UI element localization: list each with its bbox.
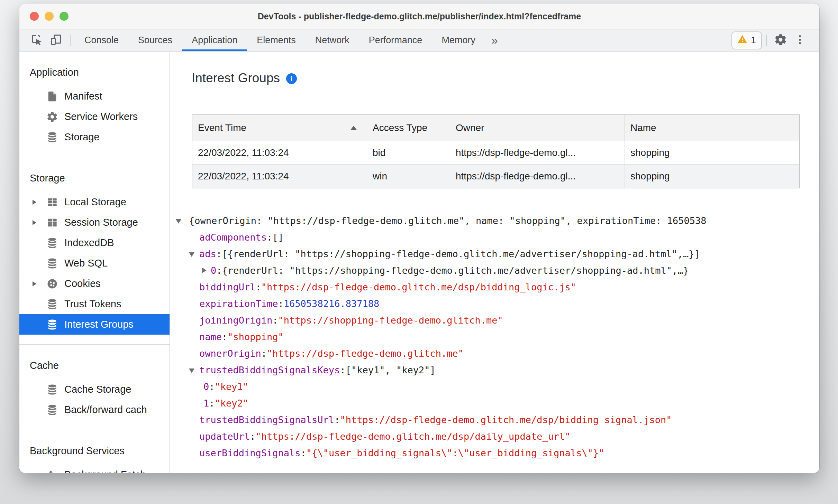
sidebar-item-storage[interactable]: Storage bbox=[19, 127, 170, 147]
collapse-triangle-icon[interactable] bbox=[189, 367, 199, 373]
tree-row-joiningorigin[interactable]: joiningOrigin: "https://shopping-fledge-… bbox=[170, 312, 819, 328]
expand-triangle-icon[interactable] bbox=[33, 220, 46, 225]
table-cell[interactable]: 22/03/2022, 11:03:24 bbox=[192, 141, 367, 164]
table-cell[interactable]: win bbox=[367, 164, 450, 188]
issues-warning-badge[interactable]: 1 bbox=[731, 31, 762, 49]
tree-row-biddingurl[interactable]: biddingUrl: "https://dsp-fledge-demo.gli… bbox=[170, 279, 819, 295]
sidebar-item-cookies[interactable]: Cookies bbox=[19, 273, 170, 294]
key-separator: : bbox=[340, 365, 345, 375]
tree-row-1[interactable]: 1: "key2" bbox=[170, 395, 819, 411]
section-title: Storage bbox=[19, 167, 170, 189]
expand-triangle-icon[interactable] bbox=[33, 200, 46, 205]
sidebar-section-background-services: Background ServicesBackground Fetch bbox=[19, 440, 170, 473]
tab-memory[interactable]: Memory bbox=[432, 29, 485, 51]
tab-sources[interactable]: Sources bbox=[128, 29, 182, 51]
warning-triangle-icon bbox=[737, 34, 747, 47]
sidebar-item-cache-storage[interactable]: Cache Storage bbox=[19, 379, 170, 400]
property-value: "shopping" bbox=[227, 332, 284, 342]
tree-row-name[interactable]: name: "shopping" bbox=[170, 328, 819, 345]
expand-triangle-icon[interactable] bbox=[202, 268, 211, 273]
tree-row-userbiddingsignals[interactable]: userBiddingSignals: "{\"user_bidding_sig… bbox=[170, 445, 819, 461]
key-separator: : bbox=[301, 448, 306, 458]
table-cell[interactable]: bid bbox=[367, 141, 450, 164]
tree-row-ads[interactable]: ads: [{renderUrl: "https://shopping-fled… bbox=[170, 245, 819, 262]
devtools-toolbar: ConsoleSourcesApplicationElementsNetwork… bbox=[19, 29, 819, 52]
table-cell[interactable]: https://dsp-fledge-demo.gl... bbox=[450, 164, 625, 188]
interest-group-json-tree: {ownerOrigin: "https://dsp-fledge-demo.g… bbox=[170, 212, 819, 461]
tree-row-0[interactable]: 0: {renderUrl: "https://shopping-fledge-… bbox=[170, 262, 819, 279]
section-title: Application bbox=[19, 61, 170, 83]
table-cell[interactable]: shopping bbox=[625, 164, 799, 188]
collapse-triangle-icon[interactable] bbox=[176, 218, 189, 224]
database-icon bbox=[46, 237, 58, 249]
sidebar-item-web-sql[interactable]: Web SQL bbox=[19, 253, 170, 273]
tree-row-adcomponents[interactable]: adComponents: [] bbox=[170, 229, 819, 245]
sidebar-item-service-workers[interactable]: Service Workers bbox=[19, 106, 170, 127]
info-icon[interactable]: i bbox=[286, 73, 297, 84]
property-value: "https://shopping-fledge-demo.glitch.me" bbox=[278, 315, 503, 326]
property-value: "https://dsp-fledge-demo.glitch.me/dsp/b… bbox=[340, 414, 672, 425]
gear-icon bbox=[46, 111, 58, 123]
tab-application[interactable]: Application bbox=[182, 29, 247, 51]
section-title: Background Services bbox=[19, 440, 170, 462]
tab-performance[interactable]: Performance bbox=[359, 29, 432, 51]
titlebar[interactable]: DevTools - publisher-fledge-demo.glitch.… bbox=[19, 3, 819, 29]
interest-groups-panel: Interest Groups i Event TimeAccess TypeO… bbox=[170, 52, 819, 473]
tree-row-trustedbiddingsignalskeys[interactable]: trustedBiddingSignalsKeys: ["key1", "key… bbox=[170, 362, 819, 378]
database-icon bbox=[46, 298, 58, 310]
collapse-triangle-icon[interactable] bbox=[189, 251, 199, 257]
column-header-access-type[interactable]: Access Type bbox=[367, 115, 450, 141]
more-options-button[interactable] bbox=[790, 34, 810, 47]
sidebar-item-local-storage[interactable]: Local Storage bbox=[19, 192, 170, 212]
column-header-label: Access Type bbox=[373, 122, 427, 133]
more-tabs-button[interactable]: » bbox=[485, 29, 504, 51]
minimize-window-button[interactable] bbox=[45, 12, 54, 21]
sidebar-item-label: Cache Storage bbox=[64, 384, 131, 395]
expand-triangle-icon[interactable] bbox=[33, 281, 46, 286]
property-key: adComponents bbox=[199, 232, 267, 243]
property-value: "{\"user_bidding_signals\":\"user_biddin… bbox=[306, 448, 604, 458]
column-header-event-time[interactable]: Event Time bbox=[192, 115, 367, 141]
sidebar-item-indexeddb[interactable]: IndexedDB bbox=[19, 233, 170, 253]
sidebar-item-back-forward-cach[interactable]: Back/forward cach bbox=[19, 400, 170, 420]
tree-row-root[interactable]: {ownerOrigin: "https://dsp-fledge-demo.g… bbox=[170, 212, 819, 229]
key-separator: : bbox=[256, 282, 261, 292]
table-cell[interactable]: https://dsp-fledge-demo.gl... bbox=[450, 141, 625, 164]
tree-row-ownerorigin[interactable]: ownerOrigin: "https://dsp-fledge-demo.gl… bbox=[170, 345, 819, 362]
tab-network[interactable]: Network bbox=[306, 29, 359, 51]
tab-strip: ConsoleSourcesApplicationElementsNetwork… bbox=[75, 29, 485, 51]
tree-row-trustedbiddingsignalsurl[interactable]: trustedBiddingSignalsUrl: "https://dsp-f… bbox=[170, 411, 819, 428]
property-value: [] bbox=[272, 232, 284, 243]
sidebar-item-label: Back/forward cach bbox=[64, 404, 147, 416]
zoom-window-button[interactable] bbox=[60, 12, 69, 21]
sidebar-item-session-storage[interactable]: Session Storage bbox=[19, 212, 170, 233]
tree-row-updateurl[interactable]: updateUrl: "https://dsp-fledge-demo.glit… bbox=[170, 428, 819, 445]
close-window-button[interactable] bbox=[30, 12, 39, 21]
sidebar-item-label: Manifest bbox=[64, 91, 102, 102]
tree-row-0[interactable]: 0: "key1" bbox=[170, 378, 819, 395]
database-icon bbox=[46, 131, 58, 143]
toolbar-right-group: 1 bbox=[731, 29, 819, 51]
tab-elements[interactable]: Elements bbox=[247, 29, 306, 51]
property-value: "https://dsp-fledge-demo.glitch.me/dsp/d… bbox=[256, 431, 571, 442]
sidebar-item-interest-groups[interactable]: Interest Groups bbox=[19, 314, 170, 335]
property-key: expirationTime bbox=[199, 298, 278, 309]
interest-groups-table: Event TimeAccess TypeOwnerName22/03/2022… bbox=[192, 114, 800, 188]
column-header-name[interactable]: Name bbox=[625, 115, 799, 141]
table-cell[interactable]: 22/03/2022, 11:03:24 bbox=[192, 164, 367, 188]
sidebar-section-cache: CacheCache StorageBack/forward cach bbox=[19, 354, 170, 430]
sidebar-item-manifest[interactable]: Manifest bbox=[19, 86, 170, 106]
traffic-lights bbox=[30, 3, 69, 29]
gear-icon bbox=[774, 33, 787, 47]
tree-row-expirationtime[interactable]: expirationTime: 1650538216.837188 bbox=[170, 295, 819, 312]
table-cell[interactable]: shopping bbox=[625, 141, 799, 164]
tab-console[interactable]: Console bbox=[75, 29, 128, 51]
sidebar-item-trust-tokens[interactable]: Trust Tokens bbox=[19, 294, 170, 314]
column-header-owner[interactable]: Owner bbox=[450, 115, 625, 141]
toggle-device-toolbar-button[interactable] bbox=[46, 29, 66, 51]
sidebar-item-background-fetch[interactable]: Background Fetch bbox=[19, 465, 170, 473]
key-separator: : bbox=[334, 414, 340, 425]
settings-button[interactable] bbox=[771, 33, 790, 47]
devtools-window: DevTools - publisher-fledge-demo.glitch.… bbox=[19, 3, 819, 473]
inspect-element-button[interactable] bbox=[27, 29, 46, 51]
